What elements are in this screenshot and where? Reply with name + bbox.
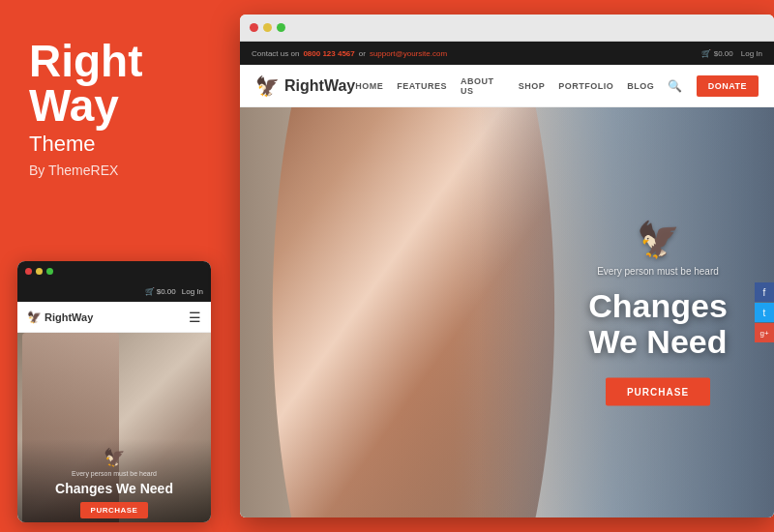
mobile-hamburger-icon[interactable]: ☰ <box>189 310 201 325</box>
nav-blog[interactable]: BLOG <box>627 81 654 91</box>
search-icon[interactable]: 🔍 <box>668 79 683 93</box>
title-theme: Theme <box>29 132 143 157</box>
topbar-cart: 🛒 $0.00 <box>701 49 732 58</box>
browser-preview: Contact us on 0800 123 4567 or support@y… <box>240 15 774 517</box>
nav-shop[interactable]: SHOP <box>519 81 546 91</box>
topbar-left: Contact us on 0800 123 4567 or support@y… <box>252 49 447 58</box>
desktop-nav-links: HOME FEATURES ABOUT US SHOP PORTFOLIO BL… <box>355 75 759 97</box>
title-by: By ThemeREX <box>29 163 143 178</box>
title-right: Right <box>29 39 143 83</box>
mobile-logo-text: RightWay <box>45 311 93 323</box>
mobile-hero-eagle-icon: 🦅 <box>25 447 203 468</box>
mobile-titlebar <box>17 261 211 281</box>
topbar-login[interactable]: Log In <box>741 49 762 58</box>
browser-dot-red <box>250 23 258 32</box>
social-facebook-button[interactable]: f <box>755 282 774 302</box>
desktop-navbar: 🦅 RightWay HOME FEATURES ABOUT US SHOP P… <box>240 65 774 107</box>
desktop-logo: 🦅 RightWay <box>255 74 355 98</box>
donate-button[interactable]: DONATE <box>697 75 759 97</box>
hero-tagline: Every person must be heard <box>561 266 755 277</box>
mobile-dot-green <box>46 268 53 275</box>
mobile-topbar: 🛒 $0.00 Log In <box>17 281 211 302</box>
hero-eagle-icon: 🦅 <box>561 220 755 260</box>
browser-dot-green <box>277 23 285 32</box>
desktop-hero: 🦅 Every person must be heard Changes We … <box>240 107 774 517</box>
hero-content: 🦅 Every person must be heard Changes We … <box>561 220 755 406</box>
mobile-purchase-button[interactable]: PURCHASE <box>80 502 148 518</box>
browser-titlebar <box>240 15 774 42</box>
desktop-topbar: Contact us on 0800 123 4567 or support@y… <box>240 42 774 65</box>
mobile-hero: 🦅 Every person must be heard Changes We … <box>17 333 211 522</box>
nav-features[interactable]: FEATURES <box>397 81 447 91</box>
mobile-logo: 🦅 RightWay <box>27 310 93 324</box>
mobile-dot-red <box>25 268 32 275</box>
mobile-login: Log In <box>182 287 203 296</box>
mobile-eagle-icon: 🦅 <box>27 310 42 324</box>
social-gplus-button[interactable]: g+ <box>755 323 774 342</box>
desktop-logo-text: RightWay <box>284 77 355 95</box>
hero-title: Changes We Need <box>561 288 755 361</box>
title-way: Way <box>29 83 143 128</box>
hero-purchase-button[interactable]: PURCHASE <box>606 377 710 405</box>
title-block: Right Way Theme By ThemeREX <box>29 39 143 178</box>
topbar-email: support@yoursite.com <box>370 49 447 58</box>
mobile-dot-yellow <box>36 268 43 275</box>
mobile-navbar: 🦅 RightWay ☰ <box>17 302 211 333</box>
topbar-separator: or <box>359 49 366 58</box>
nav-home[interactable]: HOME <box>355 81 383 91</box>
mobile-hero-tagline: Every person must be heard <box>25 470 203 477</box>
contact-prefix: Contact us on <box>252 49 299 58</box>
nav-portfolio[interactable]: PORTFOLIO <box>558 81 613 91</box>
topbar-right: 🛒 $0.00 Log In <box>701 49 762 58</box>
left-panel: Right Way Theme By ThemeREX 🛒 $0.00 Log … <box>0 0 237 532</box>
mobile-cart: 🛒 $0.00 <box>145 287 176 296</box>
mobile-hero-overlay: 🦅 Every person must be heard Changes We … <box>17 439 211 522</box>
browser-dot-yellow <box>263 23 272 32</box>
topbar-phone: 0800 123 4567 <box>303 49 354 58</box>
social-twitter-button[interactable]: t <box>755 303 774 322</box>
hero-social-sidebar: f t g+ <box>755 282 774 342</box>
nav-about[interactable]: ABOUT US <box>461 76 505 96</box>
mobile-hero-title: Changes We Need <box>25 481 203 496</box>
mobile-preview: 🛒 $0.00 Log In 🦅 RightWay ☰ 🦅 Every pers… <box>17 261 211 522</box>
desktop-eagle-icon: 🦅 <box>255 74 280 98</box>
